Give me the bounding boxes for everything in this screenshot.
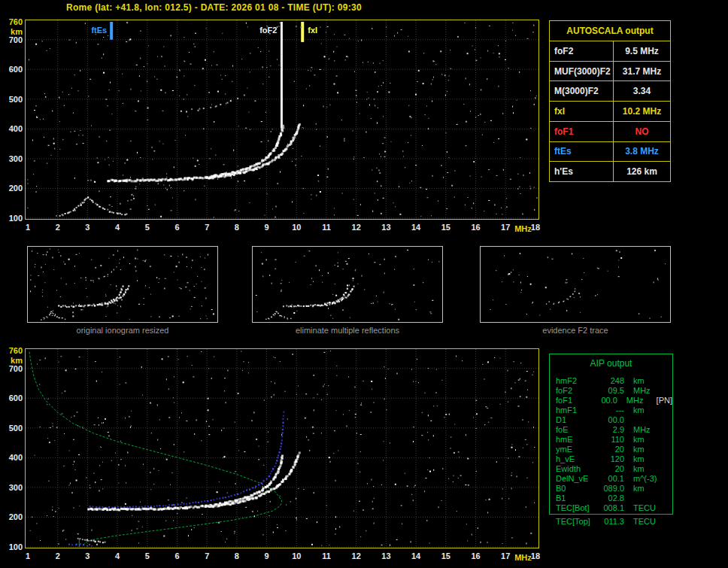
- y-tick-label: 100: [0, 542, 23, 551]
- autoscala-row-foF2: foF29.5 MHz: [550, 41, 670, 61]
- aip-output-title: AIP output: [550, 354, 672, 369]
- autoscala-app-screen: Rome (lat: +41.8, lon: 012.5) - DATE: 20…: [0, 0, 728, 568]
- aip-row-note: [665, 415, 666, 425]
- aip-row-note: [665, 425, 666, 435]
- x-tick-label: 8: [228, 223, 246, 232]
- aip-row-label: hmE: [550, 435, 599, 445]
- aip-row-note: [665, 464, 666, 474]
- aip-row-B0: B0089.0km: [550, 484, 672, 494]
- x-tick-label: 17: [496, 223, 514, 232]
- aip-row-unit: MHz: [617, 396, 655, 405]
- aip-row-D1: D100.0: [550, 415, 672, 425]
- aip-row-label: hmF1: [550, 405, 599, 415]
- autoscala-output-rows: foF29.5 MHzMUF(3000)F231.7 MHzM(3000)F23…: [550, 41, 670, 181]
- aip-row-unit: km: [624, 376, 665, 386]
- aip-output-panel: AIP output hmF2248kmfoF209.5MHzfoF100.0M…: [549, 354, 673, 515]
- autoscala-row-value: 126 km: [614, 162, 670, 181]
- autoscala-output-title: AUTOSCALA output: [550, 21, 670, 41]
- aip-row-note: [PN]: [655, 396, 672, 405]
- x-tick-label: 12: [347, 223, 366, 232]
- x-tick-label: 5: [138, 551, 156, 560]
- aip-row-unit: km: [624, 484, 665, 494]
- aip-row-h_vE: h_vE120km: [550, 454, 672, 464]
- autoscala-row-label: h'Es: [550, 162, 614, 181]
- aip-row-label: h_vE: [550, 454, 599, 464]
- aip-row-value: 00.1: [599, 474, 624, 484]
- aip-row-value: 20: [599, 464, 624, 474]
- ionogram-canvas: [28, 247, 216, 320]
- aip-row-unit: km: [624, 464, 665, 474]
- aip-row-note: [665, 435, 666, 445]
- aip-row-unit: [624, 494, 665, 503]
- autoscala-row-M(3000)F2: M(3000)F23.34: [550, 80, 670, 101]
- x-tick-label: 1: [19, 223, 37, 232]
- y-tick-label: 100: [0, 214, 23, 223]
- y-tick-label: 300: [0, 483, 23, 492]
- aip-row-label: foF2: [550, 386, 599, 396]
- aip-row-label: Ewidth: [550, 464, 599, 474]
- y-axis-unit: km: [0, 27, 23, 36]
- x-tick-label: 6: [168, 223, 187, 232]
- x-tick-label: 8: [228, 551, 246, 560]
- aip-row-value: 089.0: [599, 484, 624, 494]
- aip-row-label: foF1: [550, 396, 594, 405]
- aip-row-unit: MHz: [624, 425, 665, 435]
- station-date-header: Rome (lat: +41.8, lon: 012.5) - DATE: 20…: [66, 2, 362, 13]
- x-tick-label: 1: [19, 551, 37, 560]
- autoscala-row-h'Es: h'Es126 km: [550, 161, 670, 181]
- aip-row-B1: B102.8: [550, 494, 672, 503]
- aip-row-foF1: foF100.0MHz[PN]: [550, 396, 672, 405]
- thumb-evidence-f2-trace: [480, 246, 671, 323]
- y-tick-label: 300: [0, 154, 23, 163]
- x-tick-label: 4: [108, 551, 126, 560]
- aip-row-DelN_vE: DelN_vE00.1m^(-3): [550, 474, 672, 484]
- y-tick-label: 400: [0, 453, 23, 462]
- x-tick-label: 15: [437, 551, 455, 560]
- aip-row-note: [665, 405, 666, 415]
- x-tick-label: 13: [377, 551, 395, 560]
- thumb-caption-evidence: evidence F2 trace: [480, 326, 671, 335]
- aip-row-value: 02.8: [599, 494, 624, 503]
- x-tick-label: 16: [467, 551, 485, 560]
- aip-row-note: [665, 454, 666, 464]
- aip-row-unit: TECU: [624, 503, 665, 513]
- y-tick-label: 200: [0, 184, 23, 193]
- x-tick-label: 17: [496, 551, 514, 560]
- aip-row-label: foE: [550, 425, 599, 435]
- x-tick-label: 4: [108, 223, 126, 232]
- y-tick-label: 760: [0, 346, 23, 355]
- aip-tec-top-row: TEC[Top]011.3TECU: [550, 517, 672, 527]
- aip-row-value: 00.0: [594, 396, 617, 405]
- ionogram-canvas: [253, 247, 441, 320]
- autoscala-row-label: ftEs: [550, 142, 614, 162]
- x-tick-label: 16: [467, 223, 485, 232]
- aip-row-unit: m^(-3): [624, 474, 665, 484]
- ionogram-canvas: [26, 349, 538, 548]
- thumb-original-ionogram: [27, 246, 218, 323]
- aip-row-value: 248: [599, 376, 624, 386]
- y-tick-label: 600: [0, 393, 23, 402]
- x-tick-label: 13: [377, 223, 395, 232]
- aip-row-note: [665, 494, 666, 503]
- y-axis-unit: km: [0, 356, 23, 365]
- aip-row-label: TEC[Bot]: [550, 503, 599, 513]
- aip-row-Ewidth: Ewidth20km: [550, 464, 672, 474]
- aip-row-unit: [624, 415, 665, 425]
- aip-row-note: [665, 474, 666, 484]
- aip-row-hmF2: hmF2248km: [550, 376, 672, 386]
- x-tick-label: 9: [258, 223, 276, 232]
- aip-row-label: D1: [550, 415, 599, 425]
- aip-row-label: hmF2: [550, 376, 599, 386]
- y-tick-label: 760: [0, 17, 23, 26]
- autoscala-row-label: M(3000)F2: [550, 81, 614, 101]
- autoscala-row-label: MUF(3000)F2: [550, 62, 614, 81]
- y-tick-label: 200: [0, 512, 23, 521]
- y-tick-label: 600: [0, 65, 23, 74]
- x-tick-label: 7: [198, 551, 216, 560]
- x-tick-label: 12: [347, 551, 366, 560]
- x-tick-label: 7: [198, 223, 216, 232]
- aip-row-value: 20: [599, 445, 624, 454]
- marker-label-foF2: foF2: [248, 26, 277, 35]
- x-tick-label: 5: [138, 223, 156, 232]
- aip-row-unit: km: [624, 454, 665, 464]
